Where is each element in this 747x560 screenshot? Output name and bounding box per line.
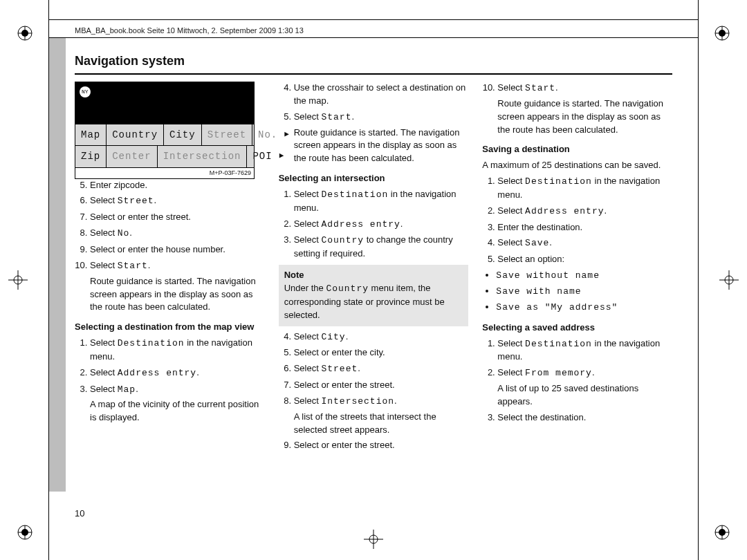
save-options-list: Save without name Save with name Save as…: [482, 269, 672, 315]
list-item: Select or enter the street.: [294, 439, 469, 452]
steps-list-saved-address: Select Destination in the navigation men…: [482, 337, 672, 424]
figure-screen-area: NY: [75, 82, 254, 124]
figure-caption: M+P-03F-7629: [75, 167, 254, 178]
list-item: Select Address entry.: [497, 205, 672, 218]
figure-cell-center: Center: [107, 146, 157, 167]
figure-cell-map: Map: [75, 124, 107, 145]
crop-line-top-inner: [48, 37, 699, 38]
steps-list-save: Select Destination in the navigation men…: [482, 175, 672, 266]
figure-cell-intersection: Intersection: [158, 146, 248, 167]
svg-point-3: [21, 30, 28, 37]
page-number: 10: [75, 508, 84, 519]
steps-list-zipcode: Enter zipcode. Select Street. Select or …: [75, 179, 265, 315]
figure-cell-street: Street: [202, 124, 252, 145]
list-item: Select Address entry.: [294, 218, 469, 232]
list-item: Select From memory. A list of up to 25 s…: [497, 366, 672, 409]
list-item: Select Destination in the navigation men…: [90, 337, 265, 364]
list-item: Use the crosshair to select a destinatio…: [294, 82, 469, 108]
figure-row-1: Map Country City Street No. ▶: [75, 124, 254, 145]
svg-point-7: [719, 30, 726, 37]
crosshair-mark-icon: [8, 270, 28, 290]
svg-point-15: [719, 529, 726, 536]
list-item: Select Start. Route guidance is started.…: [90, 259, 265, 314]
margin-gray-bar: [49, 38, 66, 492]
column-3: Select Start. Route guidance is started.…: [482, 82, 672, 498]
address-entry-figure: NY Map Country City Street No. ▶ Zip Cen…: [75, 82, 255, 179]
subheading-saving: Saving a destination: [482, 143, 672, 156]
crosshair-mark-icon: [719, 270, 739, 290]
figure-cell-zip: Zip: [75, 146, 107, 167]
crop-line-right: [698, 0, 699, 560]
column-1: NY Map Country City Street No. ▶ Zip Cen…: [75, 82, 265, 498]
note-label: Note: [284, 270, 304, 280]
steps-list-start-route: Select Start. Route guidance is started.…: [482, 82, 672, 136]
column-2: Use the crosshair to select a destinatio…: [279, 82, 469, 498]
svg-point-11: [21, 529, 28, 536]
list-item: Select or enter the street.: [294, 379, 469, 392]
list-item: Save with name: [496, 285, 672, 299]
list-item: Select Destination in the navigation men…: [497, 175, 672, 202]
list-item: Select Street.: [294, 362, 469, 376]
page-title: Navigation system: [75, 54, 672, 68]
steps-list-map-view: Select Destination in the navigation men…: [75, 337, 265, 424]
figure-cell-poi: POI: [247, 146, 277, 167]
note-box: Note Under the Country menu item, the co…: [279, 265, 469, 326]
list-item: Select No.: [90, 227, 265, 241]
list-item: Select Address entry.: [90, 366, 265, 380]
steps-list-intersection-b: Select City. Select or enter the city. S…: [279, 330, 469, 453]
crop-line-top-outer: [48, 19, 699, 20]
subheading-map-view: Selecting a destination from the map vie…: [75, 321, 265, 334]
save-intro: A maximum of 25 destinations can be save…: [482, 159, 672, 172]
list-item: Select Start. Route guidance is started.…: [497, 82, 672, 136]
subheading-saved-address: Selecting a saved address: [482, 321, 672, 335]
list-item: Select Destination in the navigation men…: [294, 188, 469, 215]
list-item: Select Map. A map of the vicinity of the…: [90, 383, 265, 425]
list-item: Enter the destination.: [497, 221, 672, 234]
registration-mark-icon: [17, 25, 33, 41]
list-item: Select an option:: [497, 253, 672, 266]
list-item: Select or enter the city.: [294, 346, 469, 360]
list-item: Select Country to change the country set…: [294, 234, 469, 261]
list-item: Enter zipcode.: [90, 179, 265, 192]
subheading-intersection: Selecting an intersection: [279, 172, 469, 185]
ny-badge: NY: [80, 86, 91, 97]
list-item: Select the destination.: [497, 411, 672, 424]
registration-mark-icon: [714, 524, 730, 541]
figure-cell-country: Country: [107, 124, 164, 145]
list-item: Select Start. Route guidance is started.…: [294, 111, 469, 165]
list-item: Select Street.: [90, 194, 265, 208]
figure-cell-city: City: [164, 124, 202, 145]
list-item: Save without name: [496, 269, 672, 283]
crosshair-mark-icon: [364, 530, 383, 549]
page-title-row: Navigation system: [75, 54, 672, 75]
registration-mark-icon: [17, 524, 33, 541]
figure-row-2: Zip Center Intersection POI ▶: [75, 145, 254, 167]
list-item: Save as "My address": [496, 301, 672, 315]
registration-mark-icon: [714, 25, 730, 41]
list-item: Select or enter the house number.: [90, 243, 265, 256]
list-item: Select Destination in the navigation men…: [497, 337, 672, 364]
list-item: Select Save.: [497, 236, 672, 250]
list-item: Select or enter the street.: [90, 211, 265, 224]
steps-list-crosshair: Use the crosshair to select a destinatio…: [279, 82, 469, 165]
steps-list-intersection-a: Select Destination in the navigation men…: [279, 188, 469, 261]
list-item: Select City.: [294, 330, 469, 344]
book-header-info: MBA_BA_book.book Seite 10 Mittwoch, 2. S…: [75, 26, 304, 35]
list-item: Select Intersection. A list of the stree…: [294, 395, 469, 437]
content-columns: NY Map Country City Street No. ▶ Zip Cen…: [75, 82, 672, 498]
